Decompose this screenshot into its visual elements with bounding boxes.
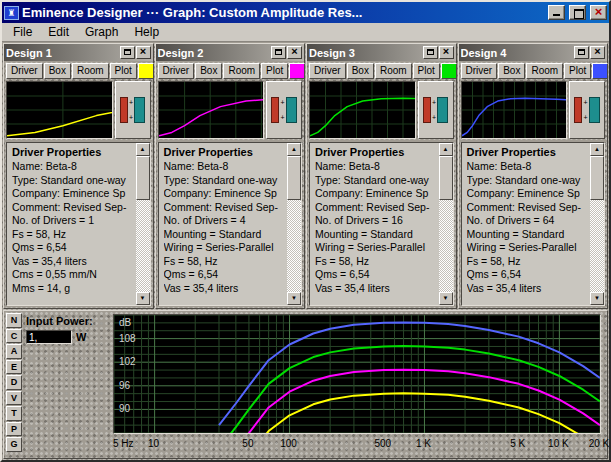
polarity-icon: ++ [432,99,436,121]
design-close-button[interactable] [439,46,454,59]
property-line: Qms = 6,54 [164,268,286,282]
design-tabs: Driver Box Room Plot [6,63,151,79]
scroll-up-button[interactable] [287,143,301,156]
app-icon [4,6,19,20]
tab-plot[interactable]: Plot [110,63,137,79]
minimize-button[interactable] [548,5,565,20]
tab-room[interactable]: Room [72,63,109,79]
driver-properties-list: Name: Beta-8Type: Standard one-wayCompan… [467,160,589,295]
tab-room[interactable]: Room [526,63,563,79]
scrollbar-track[interactable] [590,200,604,292]
close-button[interactable] [590,5,607,20]
tab-plot[interactable]: Plot [564,63,591,79]
scrollbar-thumb[interactable] [439,156,453,200]
plot-color-swatch[interactable] [289,63,305,79]
graph-mode-button-t[interactable]: T [6,406,22,421]
properties-scrollbar[interactable] [590,143,604,305]
design-window: Design 4 Driver Box Room Plot ++ [458,43,609,309]
tab-driver[interactable]: Driver [158,63,195,79]
input-power-field[interactable] [26,330,72,344]
scrollbar-track[interactable] [439,200,453,292]
properties-scrollbar[interactable] [136,143,150,305]
tab-plot[interactable]: Plot [261,63,288,79]
graph-mode-button-c[interactable]: C [6,329,22,344]
x-tick-label: 10 [148,438,159,449]
graph-mode-button-e[interactable]: E [6,360,22,375]
design-close-button[interactable] [590,46,605,59]
graph-mode-button-p[interactable]: P [6,422,22,437]
design-maximize-button[interactable] [120,46,135,59]
menu-edit[interactable]: Edit [40,24,77,40]
driver-magnet-icon [120,97,128,123]
menu-graph[interactable]: Graph [77,24,126,40]
scroll-up-button[interactable] [590,143,604,156]
design-close-button[interactable] [287,46,302,59]
design-titlebar[interactable]: Design 1 [4,44,153,61]
tab-room[interactable]: Room [223,63,260,79]
tab-room[interactable]: Room [375,63,412,79]
response-preview-chart [309,81,416,139]
graph-panel: NCAEDVTPG Input Power: W dB1081029690 5 … [3,310,608,459]
scroll-down-button[interactable] [136,292,150,305]
tab-box[interactable]: Box [44,63,71,79]
tab-box[interactable]: Box [195,63,222,79]
design-close-button[interactable] [136,46,151,59]
scrollbar-thumb[interactable] [287,156,301,200]
driver-wiring-panel[interactable]: ++ [569,81,605,139]
scrollbar-track[interactable] [136,200,150,292]
design-maximize-button[interactable] [271,46,286,59]
design-window: Design 2 Driver Box Room Plot ++ [155,43,306,309]
driver-properties-title: Driver Properties [315,146,437,158]
tab-driver[interactable]: Driver [309,63,346,79]
scrollbar-track[interactable] [287,200,301,292]
tab-box[interactable]: Box [347,63,374,79]
property-line: Name: Beta-8 [12,160,134,174]
design-tabs: Driver Box Room Plot [158,63,303,79]
graph-mode-button-v[interactable]: V [6,391,22,406]
tab-driver[interactable]: Driver [6,63,43,79]
graph-mode-button-a[interactable]: A [6,344,22,359]
plot-color-swatch[interactable] [138,63,154,79]
properties-scrollbar[interactable] [287,143,301,305]
graph-mode-button-n[interactable]: N [6,313,22,328]
design-maximize-button[interactable] [574,46,589,59]
properties-scrollbar[interactable] [439,143,453,305]
property-line: Fs = 58, Hz [164,255,286,269]
driver-cone-icon [589,97,600,123]
scroll-down-button[interactable] [287,292,301,305]
tab-plot[interactable]: Plot [413,63,440,79]
scrollbar-thumb[interactable] [590,156,604,200]
scroll-down-button[interactable] [590,292,604,305]
mdi-client-area: Design 1 Driver Box Room Plot ++ [2,42,609,460]
driver-wiring-panel[interactable]: ++ [266,81,302,139]
scroll-up-button[interactable] [136,143,150,156]
menu-help[interactable]: Help [126,24,167,40]
property-line: Comment: Revised Sep- [164,201,286,215]
plot-color-swatch[interactable] [592,63,608,79]
window-title: Eminence Designer ··· Graph: Custom Ampl… [22,5,544,20]
graph-mode-button-d[interactable]: D [6,375,22,390]
menu-file[interactable]: File [5,24,40,40]
plot-color-swatch[interactable] [441,63,457,79]
maximize-button[interactable] [569,5,586,20]
property-line: Fs = 58, Hz [315,255,437,269]
tab-box[interactable]: Box [498,63,525,79]
driver-wiring-panel[interactable]: ++ [418,81,454,139]
scrollbar-thumb[interactable] [136,156,150,200]
driver-wiring-panel[interactable]: ++ [115,81,151,139]
design-titlebar[interactable]: Design 2 [156,44,305,61]
scroll-down-button[interactable] [439,292,453,305]
tab-driver[interactable]: Driver [461,63,498,79]
graph-mode-buttons: NCAEDVTPG [6,313,22,452]
property-line: Fs = 58, Hz [467,255,589,269]
design-maximize-button[interactable] [423,46,438,59]
property-line: Company: Eminence Sp [315,187,437,201]
property-line: Mms = 14, g [12,282,134,296]
titlebar[interactable]: Eminence Designer ··· Graph: Custom Ampl… [2,2,609,23]
driver-properties-title: Driver Properties [467,146,589,158]
property-line: Type: Standard one-way [467,174,589,188]
scroll-up-button[interactable] [439,143,453,156]
design-titlebar[interactable]: Design 3 [307,44,456,61]
graph-mode-button-g[interactable]: G [6,437,22,452]
design-titlebar[interactable]: Design 4 [459,44,608,61]
